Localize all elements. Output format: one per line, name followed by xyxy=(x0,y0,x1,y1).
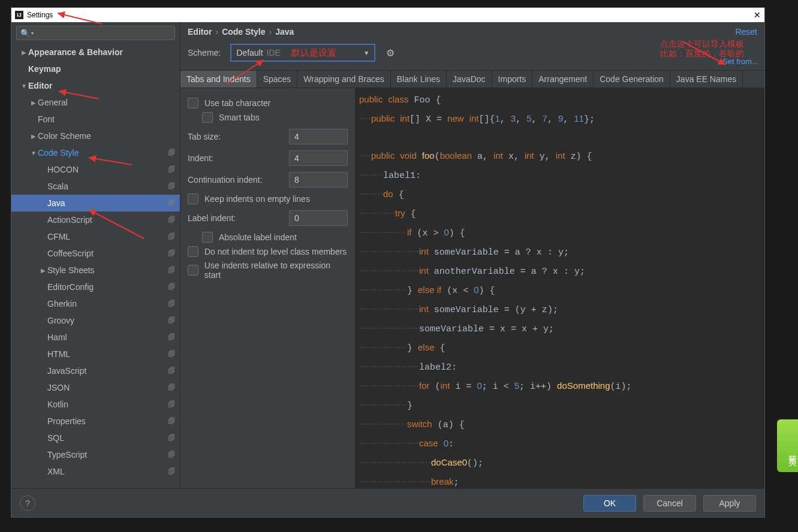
search-input[interactable]: 🔍▾ xyxy=(16,26,175,40)
tree-item-gherkin[interactable]: Gherkin🗐 xyxy=(11,295,180,312)
tree-item-sql[interactable]: SQL🗐 xyxy=(11,430,180,446)
continuation-input[interactable] xyxy=(289,172,348,188)
tab-tabs-and-indents[interactable]: Tabs and Indents xyxy=(180,71,257,87)
help-button[interactable]: ? xyxy=(20,495,35,511)
tab-blank-lines[interactable]: Blank Lines xyxy=(391,71,447,87)
folder-icon: 🗐 xyxy=(168,266,175,274)
folder-icon: 🗐 xyxy=(168,232,175,241)
tree-item-editorconfig[interactable]: EditorConfig🗐 xyxy=(11,279,180,295)
tree-item-properties[interactable]: Properties🗐 xyxy=(11,413,180,430)
indent-input[interactable] xyxy=(289,150,348,166)
tree-item-coffeescript[interactable]: CoffeeScript🗐 xyxy=(11,245,180,262)
indent-form: Use tab character Smart tabs Tab size: I… xyxy=(180,88,356,488)
folder-icon: 🗐 xyxy=(168,451,175,459)
folder-icon: 🗐 xyxy=(168,182,175,191)
label-indent-input[interactable] xyxy=(289,210,348,226)
tab-spaces[interactable]: Spaces xyxy=(257,71,298,87)
folder-icon: 🗐 xyxy=(168,333,175,341)
sidebar: 🔍▾ ▶Appearance & BehaviorKeymap▼Editor▶G… xyxy=(11,22,180,488)
tab-size-input[interactable] xyxy=(289,129,348,144)
crumb-1: Code Style xyxy=(222,27,265,37)
checkbox[interactable] xyxy=(188,246,198,257)
tree-item-java[interactable]: Java🗐 xyxy=(11,195,180,211)
reset-link[interactable]: Reset xyxy=(735,27,757,37)
tab-imports[interactable]: Imports xyxy=(492,71,533,87)
folder-icon: 🗐 xyxy=(168,316,175,325)
checkbox[interactable] xyxy=(188,98,198,108)
folder-icon: 🗐 xyxy=(168,417,175,425)
folder-icon: 🗐 xyxy=(168,400,175,409)
scheme-label: Scheme: xyxy=(188,48,221,58)
code-preview: public class Foo { ⋅⋅⋅⋅public int[] X = … xyxy=(356,88,764,488)
crumb-0: Editor xyxy=(188,27,212,37)
tab-java-ee-names[interactable]: Java EE Names xyxy=(670,71,743,87)
tab-javadoc[interactable]: JavaDoc xyxy=(447,71,492,87)
checkbox[interactable] xyxy=(188,265,198,276)
tree-item-editor[interactable]: ▼Editor xyxy=(11,77,180,94)
cancel-button[interactable]: Cancel xyxy=(643,495,696,512)
tree-item-style-sheets[interactable]: ▶Style Sheets🗐 xyxy=(11,262,180,279)
tree-item-xml[interactable]: XML🗐 xyxy=(11,463,180,480)
tree-item-haml[interactable]: Haml🗐 xyxy=(11,329,180,346)
folder-icon: 🗐 xyxy=(168,300,175,308)
folder-icon: 🗐 xyxy=(168,199,175,207)
checkbox[interactable] xyxy=(202,112,213,123)
titlebar: IJ Settings ✕ xyxy=(11,8,764,22)
folder-icon: 🗐 xyxy=(168,283,175,291)
tree-item-hocon[interactable]: HOCON🗐 xyxy=(11,161,180,178)
annotation-text: 点击这个可以导入模板比如：百度的，谷歌的 xyxy=(660,39,744,58)
checkbox[interactable] xyxy=(188,194,198,204)
folder-icon: 🗐 xyxy=(168,467,175,476)
tree-item-code-style[interactable]: ▼Code Style🗐 xyxy=(11,144,180,161)
tree-item-font[interactable]: Font xyxy=(11,111,180,128)
ok-button[interactable]: OK xyxy=(583,495,636,512)
apply-button[interactable]: Apply xyxy=(703,495,756,512)
window-title: Settings xyxy=(27,11,53,19)
tree-item-kotlin[interactable]: Kotlin🗐 xyxy=(11,396,180,413)
folder-icon: 🗐 xyxy=(168,216,175,224)
chevron-down-icon: ▼ xyxy=(363,50,369,56)
settings-dialog: IJ Settings ✕ 🔍▾ ▶Appearance & BehaviorK… xyxy=(11,7,765,518)
tree-item-groovy[interactable]: Groovy🗐 xyxy=(11,312,180,329)
main-panel: Editor› Code Style› Java Reset Scheme: D… xyxy=(180,22,764,488)
tree-item-cfml[interactable]: CFML🗐 xyxy=(11,228,180,245)
app-icon: IJ xyxy=(15,11,23,19)
folder-icon: 🗐 xyxy=(168,249,175,258)
folder-icon: 🗐 xyxy=(168,434,175,442)
folder-icon: 🗐 xyxy=(168,350,175,358)
folder-icon: 🗐 xyxy=(168,367,175,375)
tree-item-json[interactable]: JSON🗐 xyxy=(11,379,180,396)
tree-item-keymap[interactable]: Keymap xyxy=(11,61,180,77)
tree-item-general[interactable]: ▶General xyxy=(11,94,180,111)
close-icon[interactable]: ✕ xyxy=(754,10,761,20)
settings-tree: ▶Appearance & BehaviorKeymap▼Editor▶Gene… xyxy=(11,44,180,488)
folder-icon: 🗐 xyxy=(168,149,175,157)
tree-item-color-scheme[interactable]: ▶Color Scheme xyxy=(11,128,180,144)
tree-item-html[interactable]: HTML🗐 xyxy=(11,346,180,362)
tab-wrapping-and-braces[interactable]: Wrapping and Braces xyxy=(297,71,390,87)
tree-item-typescript[interactable]: TypeScript🗐 xyxy=(11,446,180,463)
gear-icon[interactable]: ⚙ xyxy=(386,47,395,59)
dialog-footer: ? OK Cancel Apply xyxy=(11,488,764,517)
ime-badge[interactable]: 简 英 xyxy=(777,419,798,472)
chevron-down-icon: ▾ xyxy=(31,31,34,36)
tab-code-generation[interactable]: Code Generation xyxy=(594,71,670,87)
tree-item-actionscript[interactable]: ActionScript🗐 xyxy=(11,211,180,228)
tree-item-scala[interactable]: Scala🗐 xyxy=(11,178,180,195)
tree-item-appearance-behavior[interactable]: ▶Appearance & Behavior xyxy=(11,44,180,61)
checkbox[interactable] xyxy=(202,232,213,243)
folder-icon: 🗐 xyxy=(168,165,175,174)
search-icon: 🔍 xyxy=(20,29,30,38)
folder-icon: 🗐 xyxy=(168,383,175,392)
scheme-select[interactable]: Default IDE 默认是设置 ▼ xyxy=(230,44,375,62)
breadcrumb: Editor› Code Style› Java Reset xyxy=(180,22,764,41)
set-from-link[interactable]: Set from... xyxy=(722,57,758,66)
tab-arrangement[interactable]: Arrangement xyxy=(532,71,594,87)
tabs: Tabs and IndentsSpacesWrapping and Brace… xyxy=(180,70,764,88)
crumb-2: Java xyxy=(275,27,294,37)
tree-item-javascript[interactable]: JavaScript🗐 xyxy=(11,362,180,379)
